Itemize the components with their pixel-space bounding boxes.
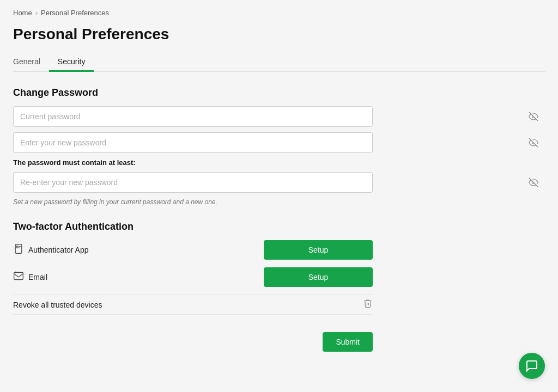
change-password-section: Change Password The password must contai… — [13, 87, 545, 206]
submit-row: Submit — [13, 332, 373, 352]
tabs: General Security — [13, 53, 545, 72]
breadcrumb-separator: › — [35, 9, 38, 17]
authenticator-row: Authenticator App Setup — [13, 240, 373, 260]
authenticator-setup-button[interactable]: Setup — [264, 240, 373, 260]
current-password-toggle-icon[interactable] — [529, 112, 538, 121]
new-password-input[interactable] — [13, 132, 373, 153]
new-password-wrapper — [13, 132, 545, 153]
current-password-input[interactable] — [13, 106, 373, 127]
authenticator-icon — [13, 243, 24, 257]
revoke-label: Revoke all trusted devices — [13, 301, 102, 309]
revoke-trash-icon[interactable] — [363, 298, 373, 311]
current-password-wrapper — [13, 106, 545, 127]
new-password-toggle-icon[interactable] — [529, 138, 538, 148]
two-factor-section: Two-factor Authentication Authenticator … — [13, 221, 545, 315]
email-row: Email Setup — [13, 267, 373, 287]
submit-button[interactable]: Submit — [323, 332, 373, 352]
svg-rect-3 — [15, 244, 22, 253]
breadcrumb: Home › Personal Preferences — [13, 9, 545, 17]
revoke-row: Revoke all trusted devices — [13, 295, 373, 315]
svg-rect-8 — [14, 272, 23, 279]
email-label: Email — [13, 271, 47, 284]
tab-general[interactable]: General — [13, 53, 49, 72]
two-factor-title: Two-factor Authentication — [13, 221, 545, 232]
password-hint: The password must contain at least: — [13, 158, 545, 167]
page-title: Personal Preferences — [13, 26, 545, 43]
page-wrapper: Home › Personal Preferences Personal Pre… — [0, 0, 558, 392]
email-icon — [13, 271, 24, 284]
change-password-title: Change Password — [13, 87, 545, 99]
password-helper-text: Set a new password by filling in your cu… — [13, 198, 545, 206]
tab-security[interactable]: Security — [49, 53, 94, 72]
chat-bubble[interactable] — [519, 353, 545, 379]
reenter-password-wrapper — [13, 172, 545, 193]
email-setup-button[interactable]: Setup — [264, 267, 373, 287]
email-text: Email — [28, 273, 47, 281]
svg-rect-5 — [16, 246, 18, 248]
breadcrumb-current: Personal Preferences — [41, 9, 109, 17]
breadcrumb-home[interactable]: Home — [13, 9, 32, 17]
reenter-password-toggle-icon[interactable] — [529, 177, 538, 187]
authenticator-text: Authenticator App — [28, 246, 89, 254]
authenticator-label: Authenticator App — [13, 243, 89, 257]
reenter-password-input[interactable] — [13, 172, 373, 193]
